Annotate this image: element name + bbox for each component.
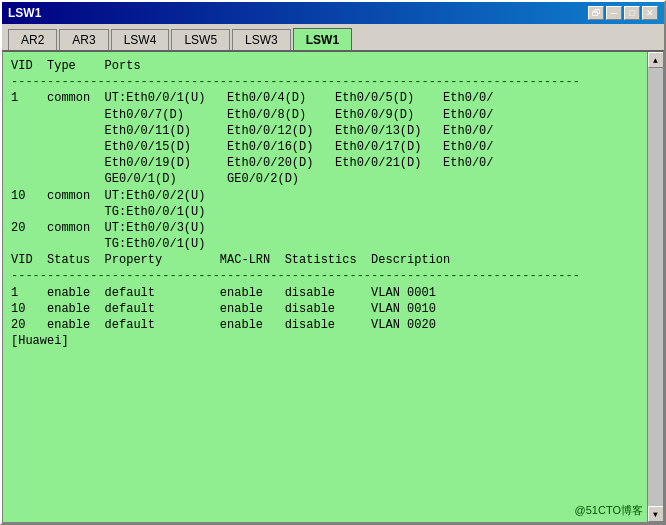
tab-lsw5[interactable]: LSW5	[171, 29, 230, 51]
tab-lsw3[interactable]: LSW3	[232, 29, 291, 51]
scroll-down-button[interactable]: ▼	[648, 506, 664, 522]
content-area: VID Type Ports -------------------------…	[2, 50, 664, 523]
main-window: LSW1 🗗 ─ □ ✕ AR2 AR3 LSW4 LSW5 LSW3 LSW1…	[0, 0, 666, 525]
tab-lsw4[interactable]: LSW4	[111, 29, 170, 51]
tab-bar: AR2 AR3 LSW4 LSW5 LSW3 LSW1	[2, 24, 664, 50]
tab-ar2[interactable]: AR2	[8, 29, 57, 51]
terminal-line: 1 common UT:Eth0/0/1(U) Eth0/0/4(D) Eth0…	[11, 90, 643, 106]
terminal-line: VID Status Property MAC-LRN Statistics D…	[11, 252, 643, 268]
terminal-line: 10 common UT:Eth0/0/2(U)	[11, 188, 643, 204]
terminal-line: Eth0/0/19(D) Eth0/0/20(D) Eth0/0/21(D) E…	[11, 155, 643, 171]
restore-button[interactable]: 🗗	[588, 6, 604, 20]
watermark: @51CTO博客	[575, 503, 643, 518]
tab-ar3[interactable]: AR3	[59, 29, 108, 51]
terminal-line: 20 common UT:Eth0/0/3(U)	[11, 220, 643, 236]
window-title: LSW1	[8, 6, 41, 20]
title-controls: 🗗 ─ □ ✕	[588, 6, 658, 20]
terminal-line: 20 enable default enable disable VLAN 00…	[11, 317, 643, 333]
minimize-button[interactable]: ─	[606, 6, 622, 20]
terminal-line: TG:Eth0/0/1(U)	[11, 236, 643, 252]
terminal-line: TG:Eth0/0/1(U)	[11, 204, 643, 220]
scroll-up-button[interactable]: ▲	[648, 52, 664, 68]
terminal-line: 10 enable default enable disable VLAN 00…	[11, 301, 643, 317]
terminal-line: Eth0/0/15(D) Eth0/0/16(D) Eth0/0/17(D) E…	[11, 139, 643, 155]
title-bar: LSW1 🗗 ─ □ ✕	[2, 2, 664, 24]
scroll-track[interactable]	[648, 68, 663, 506]
terminal-line: Eth0/0/7(D) Eth0/0/8(D) Eth0/0/9(D) Eth0…	[11, 107, 643, 123]
terminal-line: GE0/0/1(D) GE0/0/2(D)	[11, 171, 643, 187]
tab-lsw1[interactable]: LSW1	[293, 28, 352, 50]
scrollbar[interactable]: ▲ ▼	[647, 52, 663, 522]
terminal-line: Eth0/0/11(D) Eth0/0/12(D) Eth0/0/13(D) E…	[11, 123, 643, 139]
terminal-line: VID Type Ports	[11, 58, 643, 74]
terminal-line: 1 enable default enable disable VLAN 000…	[11, 285, 643, 301]
terminal-output: VID Type Ports -------------------------…	[3, 52, 663, 522]
close-button[interactable]: ✕	[642, 6, 658, 20]
terminal-line: ----------------------------------------…	[11, 268, 643, 284]
terminal-line: ----------------------------------------…	[11, 74, 643, 90]
terminal-line: [Huawei]	[11, 333, 643, 349]
maximize-button[interactable]: □	[624, 6, 640, 20]
